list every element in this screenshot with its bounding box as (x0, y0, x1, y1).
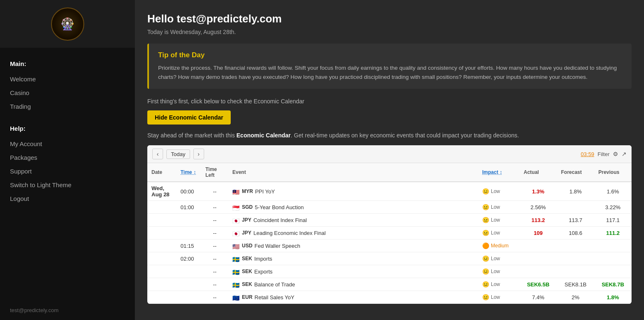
cell-previous: 1.8% (594, 291, 632, 304)
calendar-prev-button[interactable]: ‹ (152, 149, 163, 159)
impact-label: Low (491, 294, 500, 300)
impact-cell-inner: 😐 Low (482, 255, 515, 262)
currency-code: MYR (242, 188, 253, 194)
calendar-filter-label: Filter (598, 151, 610, 157)
cell-previous: SEK8.7B (594, 278, 632, 291)
cell-time (176, 227, 201, 239)
calendar-desc-post: . Get real-time updates on key economic … (290, 132, 519, 139)
actual-value: SEK6.5B (527, 281, 549, 288)
impact-label: Low (491, 204, 500, 210)
event-flag-cell: 🇲🇾 MYR PPI YoY (232, 188, 474, 195)
tip-text: Prioritize the process. The financial re… (158, 64, 622, 81)
cell-previous: 3.22% (594, 201, 632, 214)
cell-actual: 2.56% (520, 201, 557, 214)
cell-forecast: 108.6 (557, 227, 594, 239)
country-flag: 🇲🇾 (232, 189, 240, 194)
impact-icon: 😐 (482, 294, 489, 300)
cell-date (147, 252, 176, 265)
sidebar-item-packages[interactable]: Packages (10, 151, 125, 164)
cell-time: 02:00 (176, 252, 201, 265)
cell-timeleft: -- (201, 291, 228, 304)
forecast-value: 113.7 (569, 217, 583, 223)
cell-actual: 1.3% (520, 182, 557, 201)
sidebar-footer: test@predictely.com (0, 300, 135, 320)
country-flag: 🇯🇵 (232, 217, 240, 222)
forecast-value: 1.8% (569, 188, 582, 195)
event-name: 5-Year Bond Auction (255, 204, 304, 210)
cell-time (176, 265, 201, 278)
cell-forecast (557, 265, 594, 278)
event-flag-cell: 🇯🇵 JPY Leading Economic Index Final (232, 230, 474, 236)
hide-calendar-button[interactable]: Hide Economic Calendar (147, 110, 231, 125)
cell-timeleft: -- (201, 227, 228, 239)
cell-timeleft: -- (201, 252, 228, 265)
calendar-today-button[interactable]: Today (166, 149, 190, 159)
impact-cell-inner: 😐 Low (482, 268, 515, 275)
actual-value: 2.56% (531, 204, 546, 210)
filter-icon[interactable]: ⚙ (613, 151, 618, 157)
sidebar: 🎡 Main: Welcome Casino Trading Help: My … (0, 0, 135, 320)
country-flag: 🇯🇵 (232, 230, 240, 235)
cell-impact: 😐 Low (478, 201, 520, 214)
cell-impact: 😐 Low (478, 252, 520, 265)
impact-icon: 😐 (482, 255, 489, 262)
event-name: Imports (254, 256, 272, 262)
cell-forecast: 2% (557, 291, 594, 304)
event-name: Exports (254, 269, 273, 275)
cell-previous: 117.1 (594, 214, 632, 227)
sidebar-logo: 🎡 (0, 0, 135, 48)
event-flag-cell: 🇺🇸 USD Fed Waller Speech (232, 243, 474, 249)
actual-value: 113.2 (532, 217, 545, 223)
event-flag-cell: 🇸🇪 SEK Balance of Trade (232, 281, 474, 288)
cell-timeleft: -- (201, 239, 228, 252)
event-name: Leading Economic Index Final (254, 230, 326, 236)
currency-code: SEK (242, 269, 252, 274)
date-value: Wed,Aug 28 (151, 185, 172, 198)
calendar-table: Date Time ↕ Time Left Event Impact ↕ Act… (147, 163, 632, 304)
sidebar-item-casino[interactable]: Casino (10, 86, 125, 100)
cell-event: 🇸🇪 SEK Exports (228, 265, 478, 278)
sidebar-item-support[interactable]: Support (10, 164, 125, 178)
impact-icon: 😐 (482, 217, 489, 223)
cell-event: 🇺🇸 USD Fed Waller Speech (228, 239, 478, 252)
forecast-value: SEK8.1B (565, 281, 587, 288)
currency-code: JPY (242, 230, 251, 236)
impact-label: Low (491, 281, 500, 287)
table-header-row: Date Time ↕ Time Left Event Impact ↕ Act… (147, 163, 632, 182)
col-header-time[interactable]: Time ↕ (176, 163, 201, 182)
sidebar-item-trading[interactable]: Trading (10, 100, 125, 113)
cell-forecast: SEK8.1B (557, 278, 594, 291)
main-section-label: Main: (10, 60, 125, 67)
sidebar-item-welcome[interactable]: Welcome (10, 72, 125, 86)
currency-code: EUR (242, 294, 252, 300)
sidebar-item-my-account[interactable]: My Account (10, 137, 125, 151)
col-header-impact[interactable]: Impact ↕ (478, 163, 520, 182)
event-name: Retail Sales YoY (254, 294, 294, 300)
impact-cell-inner: 😐 Low (482, 281, 515, 288)
calendar-timer[interactable]: 03:59 (581, 151, 595, 157)
cell-date (147, 278, 176, 291)
sidebar-item-theme[interactable]: Switch to Light Theme (10, 178, 125, 192)
cell-date (147, 291, 176, 304)
user-email: test@predictely.com (10, 307, 59, 313)
actual-value: 7.4% (532, 294, 544, 300)
cell-actual (520, 252, 557, 265)
impact-label: Low (491, 256, 500, 261)
cell-forecast: 1.8% (557, 182, 594, 201)
event-name: Balance of Trade (254, 281, 295, 288)
calendar-next-button[interactable]: › (193, 149, 204, 159)
cell-event: 🇯🇵 JPY Leading Economic Index Final (228, 227, 478, 239)
impact-icon: 😐 (482, 281, 489, 288)
actual-value: 109 (534, 230, 543, 236)
cell-timeleft: -- (201, 182, 228, 201)
cell-timeleft: -- (201, 201, 228, 214)
date-line: Today is Wednesday, August 28th. (147, 29, 632, 35)
previous-value: 111.2 (606, 230, 620, 236)
cell-event: 🇯🇵 JPY Coincident Index Final (228, 214, 478, 227)
cell-time: 01:00 (176, 201, 201, 214)
external-link-icon[interactable]: ↗ (622, 151, 627, 157)
cell-impact: 😐 Low (478, 278, 520, 291)
table-row: -- 🇯🇵 JPY Leading Economic Index Final 😐… (147, 227, 632, 239)
calendar-header: ‹ Today › 03:59 Filter ⚙ ↗ (147, 145, 632, 163)
sidebar-item-logout[interactable]: Logout (10, 192, 125, 205)
